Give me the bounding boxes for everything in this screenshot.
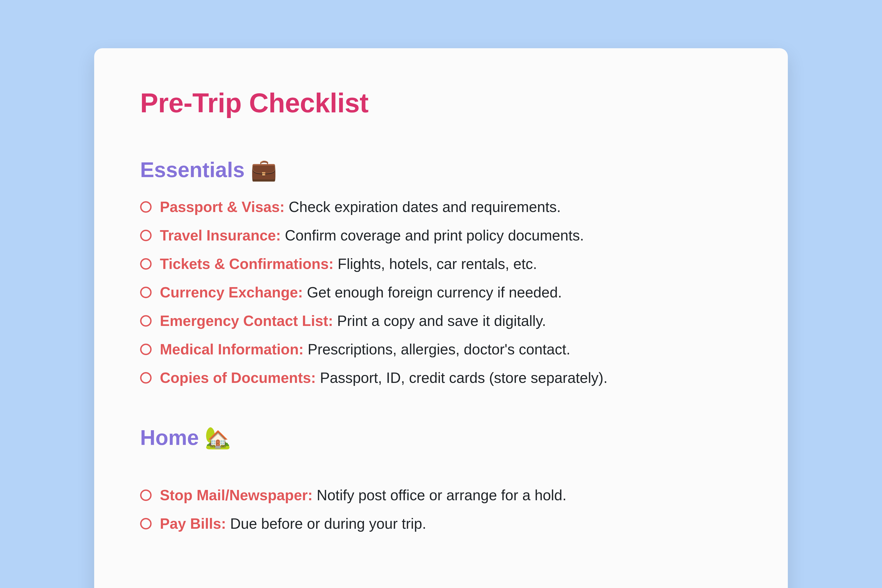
- item-label: Passport & Visas:: [160, 199, 285, 215]
- checklist-home: Stop Mail/Newspaper: Notify post office …: [140, 481, 742, 538]
- checkbox-icon[interactable]: [140, 286, 152, 298]
- item-text: Stop Mail/Newspaper: Notify post office …: [160, 486, 566, 504]
- item-desc: Notify post office or arrange for a hold…: [317, 487, 566, 504]
- item-desc: Check expiration dates and requirements.: [289, 199, 561, 215]
- item-desc: Print a copy and save it digitally.: [337, 313, 546, 329]
- item-desc: Get enough foreign currency if needed.: [307, 284, 562, 301]
- checkbox-icon[interactable]: [140, 258, 152, 270]
- list-item: Currency Exchange: Get enough foreign cu…: [140, 278, 742, 307]
- item-text: Passport & Visas: Check expiration dates…: [160, 198, 561, 216]
- item-text: Emergency Contact List: Print a copy and…: [160, 312, 546, 330]
- item-label: Stop Mail/Newspaper:: [160, 487, 313, 504]
- section-heading-essentials: Essentials 💼: [140, 158, 742, 182]
- item-desc: Prescriptions, allergies, doctor's conta…: [308, 341, 570, 358]
- item-text: Pay Bills: Due before or during your tri…: [160, 514, 426, 533]
- item-desc: Due before or during your trip.: [230, 515, 426, 532]
- item-text: Copies of Documents: Passport, ID, credi…: [160, 369, 608, 387]
- item-desc: Confirm coverage and print policy docume…: [285, 227, 584, 244]
- item-text: Medical Information: Prescriptions, alle…: [160, 340, 570, 358]
- checkbox-icon[interactable]: [140, 230, 152, 241]
- checklist-essentials: Passport & Visas: Check expiration dates…: [140, 193, 742, 392]
- item-label: Currency Exchange:: [160, 284, 303, 301]
- section-heading-home: Home 🏡: [140, 425, 742, 450]
- list-item: Emergency Contact List: Print a copy and…: [140, 307, 742, 335]
- checkbox-icon[interactable]: [140, 315, 152, 327]
- document-card: Pre-Trip Checklist Essentials 💼 Passport…: [94, 48, 788, 588]
- list-item: Stop Mail/Newspaper: Notify post office …: [140, 481, 742, 510]
- page-title: Pre-Trip Checklist: [140, 87, 742, 118]
- checkbox-icon[interactable]: [140, 201, 152, 213]
- list-item: Medical Information: Prescriptions, alle…: [140, 335, 742, 364]
- list-item: Travel Insurance: Confirm coverage and p…: [140, 221, 742, 250]
- item-desc: Passport, ID, credit cards (store separa…: [320, 370, 608, 386]
- item-label: Travel Insurance:: [160, 227, 280, 244]
- item-text: Currency Exchange: Get enough foreign cu…: [160, 283, 562, 302]
- checkbox-icon[interactable]: [140, 489, 152, 501]
- list-item: Passport & Visas: Check expiration dates…: [140, 193, 742, 221]
- item-label: Tickets & Confirmations:: [160, 256, 333, 272]
- checkbox-icon[interactable]: [140, 518, 152, 530]
- checkbox-icon[interactable]: [140, 344, 152, 355]
- item-text: Travel Insurance: Confirm coverage and p…: [160, 226, 584, 244]
- item-label: Medical Information:: [160, 341, 304, 358]
- list-item: Tickets & Confirmations: Flights, hotels…: [140, 250, 742, 278]
- item-label: Copies of Documents:: [160, 370, 316, 386]
- item-label: Pay Bills:: [160, 515, 226, 532]
- list-item: Pay Bills: Due before or during your tri…: [140, 510, 742, 538]
- checkbox-icon[interactable]: [140, 372, 152, 384]
- item-label: Emergency Contact List:: [160, 313, 333, 329]
- item-desc: Flights, hotels, car rentals, etc.: [338, 256, 537, 272]
- list-item: Copies of Documents: Passport, ID, credi…: [140, 364, 742, 392]
- item-text: Tickets & Confirmations: Flights, hotels…: [160, 255, 537, 273]
